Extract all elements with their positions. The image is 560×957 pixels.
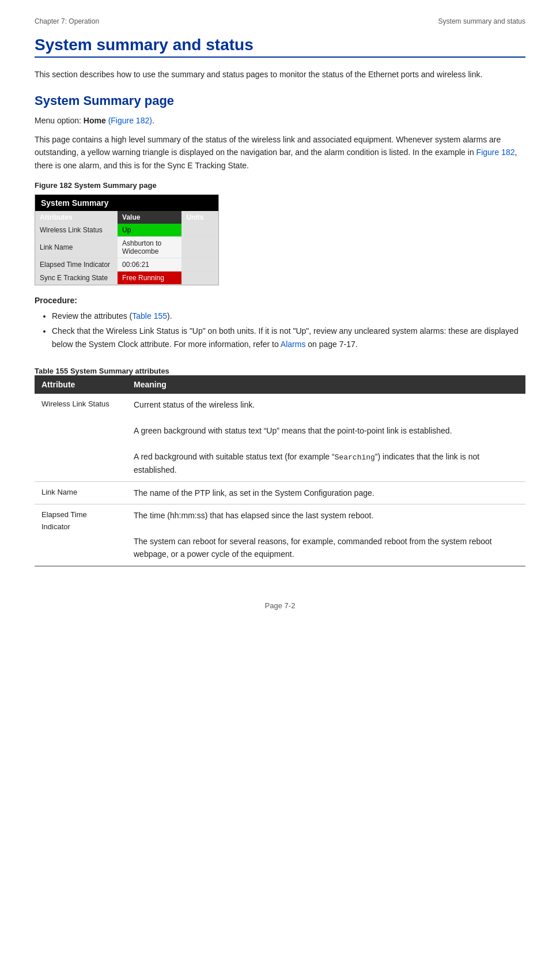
table-label: Table 155 System Summary attributes — [35, 367, 525, 375]
ss-cell-attr: Sync E Tracking State — [35, 271, 118, 284]
table-cell-attribute: Wireless Link Status — [35, 394, 127, 481]
table-cell-attribute: Elapsed TimeIndicator — [35, 504, 127, 566]
bullet-2: Check that the Wireless Link Status is "… — [52, 325, 525, 351]
section-title: System Summary page — [35, 93, 525, 108]
ss-col-attributes: Attributes — [35, 211, 118, 224]
alarms-link[interactable]: Alarms — [281, 340, 306, 349]
main-title: System summary and status — [35, 36, 525, 54]
page-number: Page 7-2 — [265, 601, 296, 610]
ss-cell-units — [181, 224, 218, 237]
menu-option-prefix: Menu option: — [35, 116, 84, 125]
ss-cell-units — [181, 271, 218, 284]
code-text: Searching — [335, 453, 375, 462]
table-cell-meaning: Current status of the wireless link.A gr… — [127, 394, 525, 481]
screenshot-box: System Summary Attributes Value Units Wi… — [35, 194, 219, 285]
body-paragraph-1: This page contains a high level summary … — [35, 133, 525, 172]
table-row: Wireless Link StatusCurrent status of th… — [35, 394, 525, 481]
table-cell-meaning: The name of the PTP link, as set in the … — [127, 481, 525, 504]
table-row: Link NameThe name of the PTP link, as se… — [35, 481, 525, 504]
page-footer: Page 7-2 — [35, 601, 525, 610]
screenshot-table: Attributes Value Units Wireless Link Sta… — [35, 211, 218, 285]
ss-cell-units — [181, 236, 218, 258]
header-right: System summary and status — [438, 17, 525, 25]
ss-cell-units — [181, 258, 218, 271]
col-attribute: Attribute — [35, 375, 127, 394]
screenshot-title: System Summary — [35, 195, 218, 211]
intro-text: This section describes how to use the su… — [35, 68, 525, 81]
menu-option-line: Menu option: Home (Figure 182). — [35, 114, 525, 127]
header-left: Chapter 7: Operation — [35, 17, 99, 25]
ss-cell-attr: Elapsed Time Indicator — [35, 258, 118, 271]
figure-182-link-2[interactable]: Figure 182 — [476, 148, 515, 157]
procedure-label: Procedure: — [35, 296, 525, 305]
procedure-list: Review the attributes (Table 155). Check… — [52, 310, 525, 351]
col-meaning: Meaning — [127, 375, 525, 394]
table-155-link[interactable]: Table 155 — [132, 311, 167, 321]
ss-cell-attr: Wireless Link Status — [35, 224, 118, 237]
ss-cell-value: 00:06:21 — [118, 258, 181, 271]
page-container: Chapter 7: Operation System summary and … — [0, 0, 560, 957]
figure-182-link-1[interactable]: (Figure 182) — [106, 116, 152, 125]
ss-cell-value: Up — [118, 224, 181, 237]
page-header: Chapter 7: Operation System summary and … — [35, 17, 525, 25]
menu-option-period: . — [152, 116, 154, 125]
menu-option-home: Home — [84, 116, 106, 125]
ss-cell-attr: Link Name — [35, 236, 118, 258]
figure-label: Figure 182 System Summary page — [35, 181, 525, 190]
bullet-1: Review the attributes (Table 155). — [52, 310, 525, 322]
table-row: Elapsed TimeIndicatorThe time (hh:mm:ss)… — [35, 504, 525, 566]
table-cell-attribute: Link Name — [35, 481, 127, 504]
title-rule — [35, 56, 525, 58]
attributes-table: Attribute Meaning Wireless Link StatusCu… — [35, 375, 525, 567]
table-cell-meaning: The time (hh:mm:ss) that has elapsed sin… — [127, 504, 525, 566]
ss-col-value: Value — [118, 211, 181, 224]
ss-cell-value: Free Running — [118, 271, 181, 284]
ss-col-units: Units — [181, 211, 218, 224]
ss-cell-value: Ashburton to Widecombe — [118, 236, 181, 258]
